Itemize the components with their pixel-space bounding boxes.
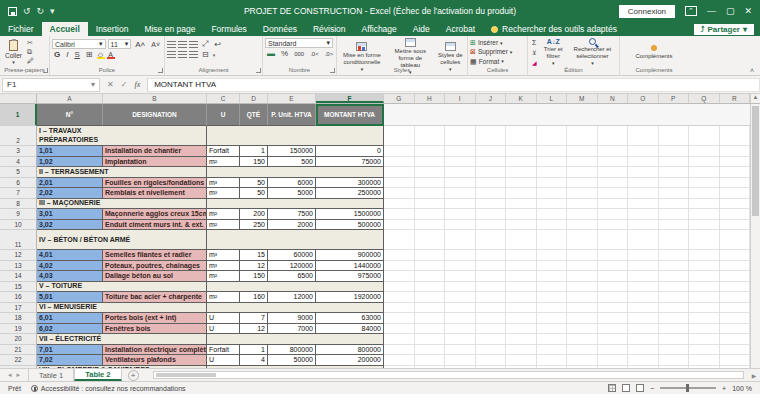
qty-cell[interactable]: 250	[240, 220, 268, 231]
column-header-C[interactable]: C	[207, 94, 240, 103]
grid-filler[interactable]	[384, 146, 750, 157]
unit-cell[interactable]: Forfait	[207, 146, 240, 157]
designation-cell[interactable]: Fouilles en rigoles/fondations	[103, 178, 207, 189]
designation-cell[interactable]: Installation électrique complète	[103, 345, 207, 356]
unit-cell[interactable]: U	[207, 355, 240, 366]
ribbon-display-options-icon[interactable]: ⌃	[685, 6, 697, 16]
section-cell[interactable]	[207, 230, 384, 250]
designation-cell[interactable]: Portes bois (ext + int)	[103, 313, 207, 324]
code-cell[interactable]: 4,01	[37, 250, 103, 261]
tab-accueil[interactable]: Accueil	[42, 22, 88, 36]
row-number[interactable]: 20	[0, 334, 37, 345]
minimize-button[interactable]: —	[707, 6, 716, 16]
tab-acrobat[interactable]: Acrobat	[438, 22, 483, 36]
section-cell[interactable]	[207, 282, 384, 293]
fill-icon[interactable]: ⊻	[532, 49, 537, 56]
name-box[interactable]: F1 ▾	[2, 78, 100, 92]
row-number[interactable]: 3	[0, 146, 37, 157]
grid-filler[interactable]	[384, 355, 750, 366]
grid-filler[interactable]	[384, 188, 750, 199]
unit-price-cell[interactable]: 150000	[268, 146, 316, 157]
grid-filler[interactable]	[384, 303, 750, 314]
amount-cell[interactable]: 1440000	[316, 261, 384, 272]
header-cell[interactable]: QTÉ	[240, 104, 268, 126]
code-cell[interactable]: 1,02	[37, 157, 103, 168]
cut-icon[interactable]: ✂	[27, 39, 34, 47]
decrease-font-icon[interactable]: A˅	[149, 41, 162, 48]
grid-filler[interactable]	[384, 334, 750, 345]
unit-cell[interactable]: m³	[207, 261, 240, 272]
formula-input[interactable]: MONTANT HTVA	[147, 78, 760, 92]
code-cell[interactable]: 4,02	[37, 261, 103, 272]
vertical-scrollbar-thumb[interactable]	[752, 106, 759, 216]
save-icon[interactable]	[8, 7, 17, 16]
column-header-F[interactable]: F	[316, 94, 384, 103]
grid-filler[interactable]	[384, 209, 750, 220]
amount-cell[interactable]: 900000	[316, 250, 384, 261]
unit-price-cell[interactable]: 60000	[268, 250, 316, 261]
code-cell[interactable]: 1,01	[37, 146, 103, 157]
format-painter-icon[interactable]: 🖉	[27, 57, 34, 65]
code-cell[interactable]: 6,02	[37, 324, 103, 335]
row-number[interactable]: 14	[0, 271, 37, 282]
row-number[interactable]: 5	[0, 167, 37, 178]
unit-cell[interactable]: m³	[207, 188, 240, 199]
row-number[interactable]: 15	[0, 282, 37, 293]
undo-icon[interactable]: ↺	[23, 6, 31, 16]
qty-cell[interactable]: 4	[240, 355, 268, 366]
column-header-D[interactable]: D	[240, 94, 268, 103]
dialog-launcher-icon[interactable]	[330, 68, 335, 73]
connexion-button[interactable]: Connexion	[619, 5, 675, 18]
grid-filler[interactable]	[384, 366, 750, 369]
insert-button[interactable]: ⊞ Insérer ▾	[470, 38, 525, 47]
designation-cell[interactable]: Fenêtres bois	[103, 324, 207, 335]
code-cell[interactable]: 2,02	[37, 188, 103, 199]
amount-cell[interactable]: 1920000	[316, 292, 384, 303]
unit-price-cell[interactable]: 800000	[268, 345, 316, 356]
designation-cell[interactable]: Semelles filantes et radier	[103, 250, 207, 261]
unit-cell[interactable]: U	[207, 324, 240, 335]
customize-qat-icon[interactable]: ▾	[50, 6, 55, 16]
addins-button[interactable]: Compléments	[622, 38, 686, 66]
grid-filler[interactable]	[384, 313, 750, 324]
font-size-select[interactable]: 11▾	[108, 39, 132, 49]
close-button[interactable]: ✕	[744, 6, 752, 16]
font-name-select[interactable]: Calibri▾	[52, 39, 106, 49]
tell-me-search[interactable]: Rechercher des outils adaptés	[483, 22, 625, 36]
unit-price-cell[interactable]: 500	[268, 157, 316, 168]
column-header-A[interactable]: A	[37, 94, 103, 103]
grid-filler[interactable]	[384, 178, 750, 189]
bold-button[interactable]: G	[52, 50, 62, 59]
column-header-H[interactable]: H	[415, 94, 446, 103]
unit-price-cell[interactable]: 6500	[268, 271, 316, 282]
restore-button[interactable]: ▢	[726, 6, 735, 16]
tab-mise-en-page[interactable]: Mise en page	[136, 22, 203, 36]
merge-center-icon[interactable]: ⊟	[200, 50, 211, 59]
unit-cell[interactable]: m²	[207, 271, 240, 282]
unit-price-cell[interactable]: 9000	[268, 313, 316, 324]
row-number[interactable]: 23	[0, 366, 37, 369]
fill-color-icon[interactable]: ◇	[97, 51, 105, 59]
row-number[interactable]: 7	[0, 188, 37, 199]
row-number[interactable]: 10	[0, 220, 37, 231]
zoom-in-icon[interactable]: +	[722, 385, 726, 392]
column-header-M[interactable]: M	[567, 94, 598, 103]
redo-icon[interactable]: ↻	[37, 6, 45, 16]
unit-cell[interactable]: m²	[207, 209, 240, 220]
section-cell[interactable]	[207, 334, 384, 345]
code-cell[interactable]: 3,02	[37, 220, 103, 231]
designation-cell[interactable]: Enduit ciment murs int. & ext.	[103, 220, 207, 231]
designation-cell[interactable]: Dallage béton au sol	[103, 271, 207, 282]
tab-formules[interactable]: Formules	[203, 22, 254, 36]
section-cell[interactable]: II – TERRASSEMENT	[37, 167, 207, 178]
amount-cell[interactable]: 800000	[316, 345, 384, 356]
code-cell[interactable]: 3,01	[37, 209, 103, 220]
copy-icon[interactable]: ⧉	[27, 48, 34, 56]
hscroll-right-icon[interactable]: ▶	[748, 372, 760, 379]
qty-cell[interactable]: 160	[240, 292, 268, 303]
normal-view-icon[interactable]	[608, 384, 616, 392]
qty-cell[interactable]: 12	[240, 261, 268, 272]
header-cell[interactable]: N°	[37, 104, 103, 126]
unit-cell[interactable]: m³	[207, 250, 240, 261]
qty-cell[interactable]: 50	[240, 188, 268, 199]
